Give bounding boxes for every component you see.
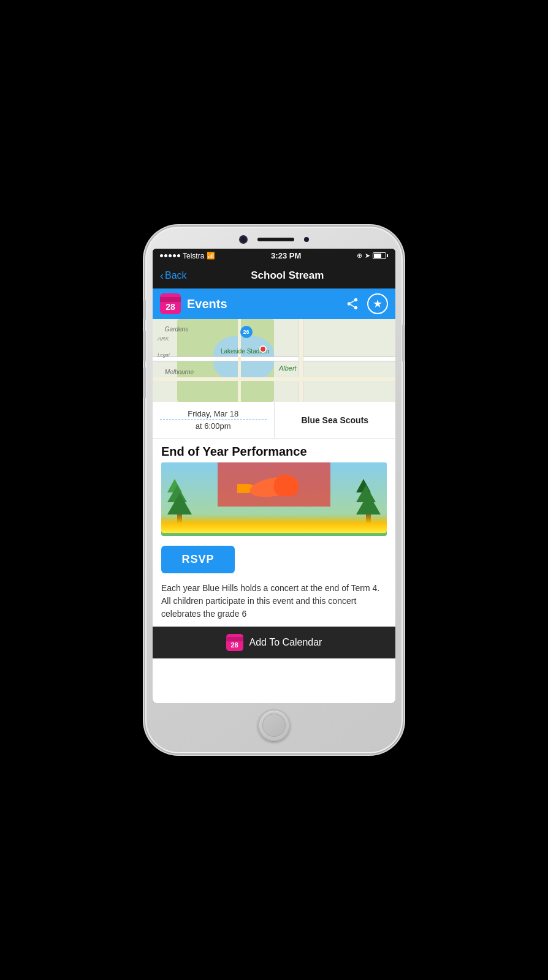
phone-screen: Telstra 📶 3:23 PM ⊕ ➤ ‹ Back Sch	[153, 249, 395, 703]
events-header: 28 Events ★	[153, 288, 395, 319]
power-button	[402, 325, 405, 361]
map-albert-label: Albert	[279, 364, 297, 372]
add-calendar-icon: 28	[226, 634, 243, 651]
dragon-head	[274, 475, 299, 496]
location-icon: ⊕	[357, 252, 362, 260]
add-cal-number: 28	[230, 641, 238, 649]
clock: 3:23 PM	[271, 251, 301, 260]
front-camera	[239, 235, 248, 244]
content-area: Friday, Mar 18 at 6:00pm Blue Sea Scouts…	[153, 402, 395, 703]
flowers-decoration	[161, 514, 387, 533]
star-icon: ★	[373, 298, 382, 309]
phone-bottom	[153, 703, 395, 745]
add-calendar-bar[interactable]: 28 Add To Calendar	[153, 627, 395, 658]
navigation-bar: ‹ Back School Stream	[153, 263, 395, 288]
map-view[interactable]: Gardens ARK Legal Melbourne Lakeside Sta…	[153, 319, 395, 402]
events-header-right: ★	[343, 293, 388, 314]
dragon-decoration	[237, 472, 311, 508]
back-label: Back	[165, 270, 187, 281]
volume-down-button	[143, 368, 146, 398]
front-sensor	[304, 237, 309, 242]
event-description: Each year Blue Hills holds a concert at …	[153, 579, 395, 627]
status-right: ⊕ ➤	[357, 252, 388, 260]
route-number: 26	[243, 329, 249, 335]
wifi-icon: 📶	[207, 252, 215, 260]
event-image	[161, 462, 387, 536]
nav-title: School Stream	[187, 270, 388, 282]
map-city-label: Melbourne	[165, 369, 194, 375]
mute-button	[143, 300, 146, 320]
event-date: Friday, Mar 18	[160, 409, 267, 420]
share-button[interactable]	[343, 294, 362, 314]
rsvp-button[interactable]: RSVP	[161, 546, 235, 573]
status-left: Telstra 📶	[160, 252, 215, 260]
route-badge: 26	[240, 326, 253, 338]
date-org-row: Friday, Mar 18 at 6:00pm Blue Sea Scouts	[153, 402, 395, 439]
navigation-icon: ➤	[365, 252, 370, 260]
carrier-label: Telstra	[183, 252, 204, 260]
events-title: Events	[187, 297, 227, 311]
battery-icon	[373, 252, 388, 259]
signal-icon	[160, 254, 180, 257]
organizer-name: Blue Sea Scouts	[301, 415, 368, 425]
add-calendar-label: Add To Calendar	[249, 637, 322, 648]
phone-top-hardware	[153, 235, 395, 244]
home-button-inner	[262, 714, 286, 737]
organizer-cell: Blue Sea Scouts	[275, 402, 396, 438]
event-time: at 6:00pm	[160, 421, 267, 431]
map-background: Gardens ARK Legal Melbourne Lakeside Sta…	[153, 319, 395, 402]
favorite-button[interactable]: ★	[367, 293, 388, 314]
date-cell: Friday, Mar 18 at 6:00pm	[153, 402, 275, 438]
event-title: End of Year Performance	[153, 439, 395, 462]
phone-frame: Telstra 📶 3:23 PM ⊕ ➤ ‹ Back Sch	[145, 227, 403, 753]
back-chevron-icon: ‹	[160, 270, 164, 281]
status-bar: Telstra 📶 3:23 PM ⊕ ➤	[153, 249, 395, 263]
map-legal-label: Legal	[158, 352, 170, 358]
map-area-label: Gardens	[165, 326, 188, 333]
map-park-label: ARK	[158, 336, 169, 342]
back-button[interactable]: ‹ Back	[160, 270, 187, 281]
earpiece-speaker	[257, 238, 294, 241]
calendar-number: 28	[166, 303, 175, 311]
event-image-scene	[161, 462, 387, 536]
volume-up-button	[143, 331, 146, 361]
events-header-left: 28 Events	[160, 293, 227, 314]
home-button[interactable]	[258, 709, 290, 741]
events-calendar-icon: 28	[160, 293, 181, 314]
share-icon	[346, 297, 359, 311]
